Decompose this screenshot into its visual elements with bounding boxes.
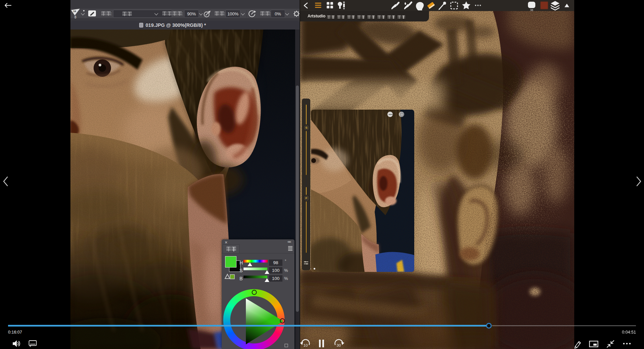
- svg-text:8: 8: [74, 15, 76, 19]
- svg-text:10: 10: [304, 343, 308, 347]
- svg-text:38: 38: [530, 8, 533, 12]
- svg-text:16: 16: [73, 10, 76, 13]
- svg-text:30: 30: [337, 343, 341, 347]
